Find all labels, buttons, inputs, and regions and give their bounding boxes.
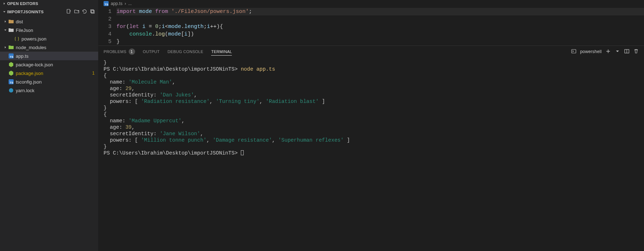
typescript-icon: TS (104, 1, 109, 6)
breadcrumb-file: app.ts (111, 1, 123, 6)
file-icon (8, 19, 14, 24)
file-icon: TS (8, 53, 14, 58)
tree-item-label: node_modules (16, 45, 98, 50)
file-item-yarn.lock[interactable]: yarn.lock (0, 86, 98, 95)
shell-label[interactable]: powershell (580, 49, 602, 54)
sidebar: OPEN EDITORS IMPORTJSONINTS distFileJson… (0, 0, 99, 251)
file-item-app.ts[interactable]: TSapp.ts (0, 52, 98, 60)
tab-output[interactable]: OUTPUT (143, 48, 160, 55)
tab-problems-label: PROBLEMS (104, 49, 127, 54)
tab-debug-label: DEBUG CONSOLE (168, 49, 204, 54)
new-terminal-icon[interactable] (605, 48, 611, 55)
terminal-output[interactable]: } PS C:\Users\Ibrahim\Desktop\importJSON… (99, 57, 644, 158)
split-terminal-icon[interactable] (624, 48, 630, 55)
tree-item-label: app.ts (16, 53, 98, 59)
chevron-down-icon (1, 10, 7, 14)
panel-tabs: PROBLEMS 1 OUTPUT DEBUG CONSOLE TERMINAL… (99, 46, 644, 57)
tree-item-label: tsconfig.json (16, 79, 98, 85)
tree-item-label: package.json (16, 71, 92, 76)
svg-point-3 (9, 88, 13, 93)
problems-count: 1 (129, 48, 135, 55)
new-file-icon[interactable] (66, 9, 72, 15)
folder-item-dist[interactable]: dist (0, 17, 98, 26)
code-editor[interactable]: 12345 import mode from './FileJson/power… (99, 7, 644, 46)
tree-item-label: powers.json (22, 36, 98, 42)
kill-terminal-icon[interactable] (633, 48, 639, 55)
file-icon: TS (8, 79, 14, 84)
file-icon (8, 27, 14, 33)
folder-item-node_modules[interactable]: node_modules (0, 43, 98, 52)
sidebar-actions (66, 9, 95, 15)
file-item-powers.json[interactable]: { }powers.json (0, 34, 98, 43)
tab-terminal-label: TERMINAL (211, 49, 232, 54)
project-label: IMPORTJSONINTS (7, 10, 44, 14)
tab-debug-console[interactable]: DEBUG CONSOLE (168, 48, 204, 55)
file-icon (8, 70, 14, 76)
file-icon (8, 87, 14, 93)
tree-item-label: dist (16, 19, 98, 24)
panel-actions: powershell (571, 48, 639, 55)
chevron-down-icon (3, 28, 8, 32)
terminal-dropdown-icon[interactable] (615, 48, 620, 55)
file-tree: distFileJson{ }powers.jsonnode_modulesTS… (0, 16, 98, 95)
collapse-all-icon[interactable] (90, 9, 95, 15)
file-item-tsconfig.json[interactable]: TStsconfig.json (0, 77, 98, 86)
file-item-package.json[interactable]: package.json1 (0, 69, 98, 77)
tree-item-label: yarn.lock (16, 88, 98, 93)
chevron-right-icon (1, 1, 7, 6)
gutter: 12345 (99, 7, 116, 46)
launch-profile-icon[interactable] (571, 48, 577, 55)
bottom-panel: PROBLEMS 1 OUTPUT DEBUG CONSOLE TERMINAL… (99, 46, 644, 251)
svg-rect-1 (91, 10, 94, 13)
file-item-package-lock.json[interactable]: package-lock.json (0, 60, 98, 69)
breadcrumb-trail: ... (128, 1, 132, 6)
tree-item-label: package-lock.json (16, 62, 98, 67)
code-area[interactable]: import mode from './FileJson/powers.json… (116, 7, 644, 46)
project-header[interactable]: IMPORTJSONINTS (0, 7, 98, 16)
file-icon: { } (14, 36, 20, 42)
open-editors-header[interactable]: OPEN EDITORS (0, 0, 98, 7)
folder-item-filejson[interactable]: FileJson (0, 26, 98, 34)
file-icon (8, 62, 14, 67)
tab-terminal[interactable]: TERMINAL (211, 48, 232, 56)
tab-problems[interactable]: PROBLEMS 1 (104, 47, 135, 56)
chevron-right-icon (3, 45, 8, 49)
refresh-icon[interactable] (82, 9, 87, 15)
modified-badge: 1 (92, 71, 95, 76)
breadcrumb-sep: › (125, 1, 126, 6)
open-editors-label: OPEN EDITORS (7, 1, 38, 6)
main-area: TS app.ts › ... 12345 import mode from '… (99, 0, 644, 251)
svg-rect-0 (67, 9, 70, 13)
breadcrumb[interactable]: TS app.ts › ... (99, 0, 644, 7)
tree-item-label: FileJson (16, 28, 98, 33)
chevron-right-icon (3, 19, 8, 24)
svg-rect-2 (91, 10, 94, 13)
new-folder-icon[interactable] (74, 9, 80, 15)
file-icon (8, 44, 14, 50)
svg-rect-4 (572, 49, 576, 53)
tab-output-label: OUTPUT (143, 49, 160, 54)
app-root: OPEN EDITORS IMPORTJSONINTS distFileJson… (0, 0, 644, 251)
